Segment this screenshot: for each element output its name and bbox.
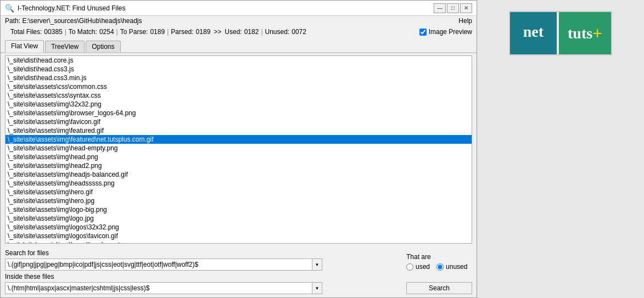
- list-item[interactable]: \_site\site\assets\img\hero.jpg: [5, 196, 472, 205]
- stats-bar: Total Files: 00385 | To Match: 0254 | To…: [5, 27, 312, 37]
- list-item[interactable]: \_site\dist\head.core.js: [5, 56, 472, 65]
- header-section: Path: E:\server\_sources\GitHub\headjs\h…: [1, 16, 477, 38]
- search-for-input-group: ▼: [5, 258, 397, 271]
- parsed-value: 0189: [196, 28, 211, 36]
- sep3: |: [167, 28, 169, 36]
- close-button[interactable]: ✕: [460, 3, 472, 13]
- title-bar-left: 🔍 I-Technology.NET: Find Unused Files: [5, 4, 126, 13]
- inside-label: Inside these files: [5, 273, 397, 280]
- image-preview-area: Image Preview: [419, 28, 472, 36]
- to-parse-label: To Parse:: [120, 28, 148, 36]
- used-radio[interactable]: [406, 263, 413, 271]
- inside-input[interactable]: [5, 282, 312, 294]
- list-item[interactable]: \_site\dist\head.css3.js: [5, 65, 472, 74]
- unused-radio-item: unused: [436, 263, 467, 271]
- search-button[interactable]: Search: [406, 282, 472, 294]
- sep2: |: [116, 28, 118, 36]
- to-match-value: 0254: [99, 28, 114, 36]
- search-button-area: Search: [406, 282, 472, 294]
- list-item[interactable]: \_site\dist\head.css3.min.js: [5, 74, 472, 82]
- list-item[interactable]: \_site\site\assets\css\common.css: [5, 82, 472, 91]
- unused-radio[interactable]: [436, 263, 444, 271]
- tuts-net-text: net: [510, 12, 557, 54]
- tuts-tuts-text: tuts+: [559, 12, 611, 54]
- list-item[interactable]: \_site\site\assets\img\32x32.png: [5, 100, 472, 109]
- unused-value: 0072: [292, 28, 306, 36]
- search-for-input[interactable]: [5, 258, 312, 271]
- to-match-label: To Match:: [69, 28, 97, 36]
- list-item[interactable]: \_site\site\assets\img\logos\32x32.png: [5, 223, 472, 232]
- tab-strip: Flat View TreeView Options: [1, 38, 477, 53]
- search-for-dropdown[interactable]: ▼: [312, 258, 322, 271]
- help-button[interactable]: Help: [458, 17, 472, 25]
- list-item[interactable]: \_site\site\assets\img\logos\head-empty.…: [5, 240, 472, 243]
- sep1: |: [65, 28, 66, 36]
- tab-flat-view[interactable]: Flat View: [5, 40, 44, 53]
- file-list[interactable]: \_site\dist\head.core.js\_site\dist\head…: [5, 56, 472, 243]
- inside-dropdown[interactable]: ▼: [312, 282, 322, 294]
- list-item[interactable]: \_site\site\assets\css\syntax.css: [5, 91, 472, 100]
- used-value: 0182: [244, 28, 259, 36]
- list-item[interactable]: \_site\site\assets\img\headsssss.png: [5, 179, 472, 188]
- tuts-plus: +: [592, 23, 602, 43]
- total-files-label: Total Files:: [10, 28, 42, 36]
- path-row: Path: E:\server\_sources\GitHub\headjs\h…: [1, 16, 477, 26]
- path-label: Path:: [5, 17, 20, 25]
- list-item[interactable]: \_site\site\assets\img\featured.gif: [5, 126, 472, 135]
- list-item[interactable]: \_site\site\assets\img\headjs-balanced.g…: [5, 170, 472, 179]
- used-radio-label: used: [416, 263, 430, 271]
- file-list-container: \_site\dist\head.core.js\_site\dist\head…: [5, 55, 472, 244]
- list-item[interactable]: \_site\site\assets\img\featured\net.tuts…: [5, 135, 472, 144]
- list-item[interactable]: \_site\site\assets\img\favicon.gif: [5, 117, 472, 126]
- list-item[interactable]: \_site\site\assets\img\head-empty.png: [5, 144, 472, 153]
- tab-options[interactable]: Options: [86, 41, 120, 52]
- path-value: E:\server\_sources\GitHub\headjs\headjs: [22, 17, 142, 25]
- list-item[interactable]: \_site\site\assets\img\logo-big.png: [5, 205, 472, 214]
- list-item[interactable]: \_site\site\assets\img\head.png: [5, 153, 472, 161]
- image-preview-label: Image Preview: [429, 28, 472, 36]
- inside-row: Inside these files ▼ Search: [5, 273, 472, 294]
- title-bar-controls: — □ ✕: [434, 3, 472, 13]
- tab-tree-view[interactable]: TreeView: [45, 41, 85, 52]
- that-are-group: That are used unused: [406, 253, 472, 271]
- title-bar: 🔍 I-Technology.NET: Find Unused Files — …: [1, 1, 477, 16]
- top-right-area: Help: [458, 17, 472, 25]
- bottom-section: Search for files ▼ That are used unused: [1, 246, 477, 297]
- arrow: >>: [214, 28, 221, 36]
- minimize-button[interactable]: —: [434, 3, 446, 13]
- list-item[interactable]: \_site\site\assets\img\hero.gif: [5, 188, 472, 196]
- main-window: 🔍 I-Technology.NET: Find Unused Files — …: [0, 0, 477, 298]
- list-item[interactable]: \_site\site\assets\img\logos\favicon.gif: [5, 232, 472, 240]
- list-item[interactable]: \_site\site\assets\img\logo.jpg: [5, 214, 472, 223]
- list-item[interactable]: \_site\site\assets\img\browser_logos-64.…: [5, 109, 472, 117]
- used-label: Used:: [225, 28, 242, 36]
- window-title: I-Technology.NET: Find Unused Files: [18, 4, 126, 12]
- total-files-value: 00385: [44, 28, 62, 36]
- path-display: Path: E:\server\_sources\GitHub\headjs\h…: [5, 17, 142, 25]
- unused-radio-label: unused: [446, 263, 467, 271]
- sep4: |: [261, 28, 262, 36]
- inside-input-group: ▼: [5, 282, 397, 294]
- used-radio-item: used: [406, 263, 430, 271]
- app-icon: 🔍: [5, 4, 14, 13]
- maximize-button[interactable]: □: [447, 3, 459, 13]
- image-preview-checkbox[interactable]: [419, 29, 427, 36]
- tuts-banner: net tuts+: [509, 11, 613, 55]
- stats-row: Total Files: 00385 | To Match: 0254 | To…: [1, 26, 477, 38]
- that-are-label: That are: [406, 253, 472, 261]
- to-parse-value: 0189: [150, 28, 165, 36]
- right-panel: net tuts+: [477, 0, 644, 298]
- parsed-label: Parsed:: [171, 28, 193, 36]
- radio-group: used unused: [406, 263, 472, 271]
- search-for-label: Search for files: [5, 249, 397, 257]
- list-item[interactable]: \_site\site\assets\img\head2.png: [5, 161, 472, 170]
- unused-label: Unused:: [265, 28, 290, 36]
